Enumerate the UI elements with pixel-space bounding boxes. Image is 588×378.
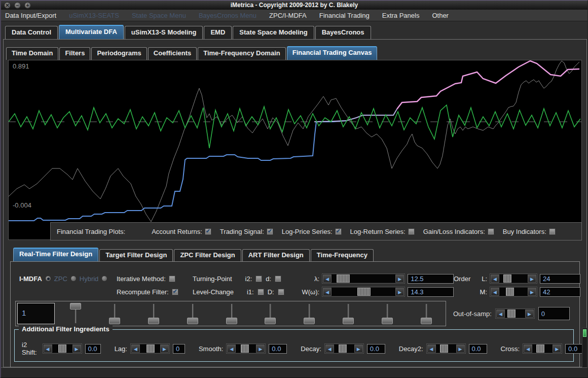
tab-financial-trading-canvas[interactable]: Financial Trading Canvas xyxy=(287,46,378,60)
slider-thumb[interactable] xyxy=(503,274,511,283)
slider-right-arrow-icon[interactable]: ▶ xyxy=(553,345,561,353)
trading-chart-canvas[interactable]: 0.891 -0.004 xyxy=(8,60,582,240)
vertical-slider-knob[interactable] xyxy=(343,318,354,324)
slider-left-arrow-icon[interactable]: ◀ xyxy=(524,345,532,353)
vertical-slider-knob[interactable] xyxy=(109,318,120,324)
order-l-value-field[interactable]: 24 xyxy=(540,274,580,284)
lag-slider[interactable]: ◀ ▶ xyxy=(131,344,169,353)
scrollbar-thumb[interactable] xyxy=(583,329,586,337)
log-price-checkbox[interactable] xyxy=(335,228,342,235)
slider-left-arrow-icon[interactable]: ◀ xyxy=(325,345,334,353)
slider-left-arrow-icon[interactable]: ◀ xyxy=(427,345,436,353)
hybrid-radio[interactable] xyxy=(101,276,107,282)
out-of-samp-slider[interactable]: ◀ ▶ xyxy=(496,309,534,318)
slider-right-arrow-icon[interactable]: ▶ xyxy=(395,288,404,296)
slider-thumb[interactable] xyxy=(146,345,155,353)
log-return-checkbox[interactable] xyxy=(408,228,415,235)
slider-thumb[interactable] xyxy=(241,345,249,353)
slider-bank-value-field[interactable]: 1 xyxy=(17,303,55,324)
tab-coefficients[interactable]: Coefficients xyxy=(148,47,197,60)
order-m-value-field[interactable]: 42 xyxy=(540,287,580,297)
lag-value-field[interactable]: 0 xyxy=(173,344,185,354)
slider-thumb[interactable] xyxy=(339,345,347,353)
vertical-slider-knob[interactable] xyxy=(226,318,237,324)
menu-zpc-imdfa[interactable]: ZPC/I-MDFA xyxy=(269,12,307,19)
tab-real-time-filter-design[interactable]: Real-Time Filter Design xyxy=(13,248,98,262)
cross-value-field[interactable]: 0.0 xyxy=(565,344,583,354)
tab-emd[interactable]: EMD xyxy=(204,26,232,39)
vertical-slider-knob[interactable] xyxy=(148,318,159,324)
menu-other[interactable]: Other xyxy=(432,12,449,19)
slider-left-arrow-icon[interactable]: ◀ xyxy=(323,288,332,296)
i2-shift-value-field[interactable]: 0.0 xyxy=(85,344,101,354)
lambda-slider[interactable]: ◀ ▶ xyxy=(322,274,405,283)
slider-left-arrow-icon[interactable]: ◀ xyxy=(131,345,140,353)
slider-right-arrow-icon[interactable]: ▶ xyxy=(256,345,265,353)
decay-slider[interactable]: ◀ ▶ xyxy=(325,344,363,353)
vertical-slider-knob[interactable] xyxy=(70,303,81,310)
slider-left-arrow-icon[interactable]: ◀ xyxy=(227,345,236,353)
menu-data-input-export[interactable]: Data Input/Export xyxy=(5,12,56,19)
slider-left-arrow-icon[interactable]: ◀ xyxy=(44,345,52,353)
slider-left-arrow-icon[interactable]: ◀ xyxy=(491,288,499,296)
w-omega-value-field[interactable]: 14.3 xyxy=(408,287,454,297)
d-checkbox[interactable] xyxy=(275,276,281,282)
vertical-slider-knob[interactable] xyxy=(265,318,276,324)
slider-thumb[interactable] xyxy=(58,345,66,353)
slider-right-arrow-icon[interactable]: ▶ xyxy=(525,310,534,318)
imdfa-radio[interactable] xyxy=(45,276,51,282)
vertical-slider[interactable] xyxy=(342,303,355,324)
vertical-slider[interactable] xyxy=(186,303,199,324)
tab-usimx13-modeling[interactable]: uSimX13-S Modeling xyxy=(125,26,203,39)
trading-signal-checkbox[interactable] xyxy=(267,228,273,235)
tab-target-filter-design[interactable]: Target Filter Design xyxy=(99,249,173,262)
recompute-filter-checkbox[interactable] xyxy=(172,289,178,295)
smooth-slider[interactable]: ◀ ▶ xyxy=(227,344,265,353)
slider-left-arrow-icon[interactable]: ◀ xyxy=(491,274,499,283)
vertical-slider-knob[interactable] xyxy=(421,318,432,324)
slider-right-arrow-icon[interactable]: ▶ xyxy=(160,345,169,353)
slider-left-arrow-icon[interactable]: ◀ xyxy=(323,274,332,283)
tab-periodograms[interactable]: Periodograms xyxy=(91,47,146,60)
menu-extra-panels[interactable]: Extra Panels xyxy=(382,12,420,19)
account-returns-checkbox[interactable] xyxy=(205,228,211,235)
vertical-slider-knob[interactable] xyxy=(382,318,393,324)
buy-indicators-checkbox[interactable] xyxy=(549,228,556,235)
tab-filters[interactable]: Filters xyxy=(59,47,90,60)
tab-zpc-filter-design[interactable]: ZPC Filter Design xyxy=(174,249,241,262)
vertical-slider[interactable] xyxy=(108,303,121,324)
vertical-slider[interactable] xyxy=(381,303,394,324)
tab-art-filter-design[interactable]: ART Filter Design xyxy=(242,249,310,262)
order-l-slider[interactable]: ◀ ▶ xyxy=(490,274,537,283)
tab-state-space-modeling[interactable]: State Space Modeling xyxy=(233,26,314,39)
vertical-slider-knob[interactable] xyxy=(187,318,198,324)
vertical-slider[interactable] xyxy=(69,303,82,324)
vertical-slider[interactable] xyxy=(225,303,238,324)
title-bar[interactable]: ✕ − + iMetrica - Copyright 2009-2012 by … xyxy=(1,1,587,10)
zpc-radio[interactable] xyxy=(70,276,77,282)
iterative-method-checkbox[interactable] xyxy=(169,276,175,282)
gain-loss-checkbox[interactable] xyxy=(488,228,494,235)
level-d-checkbox[interactable] xyxy=(278,289,284,295)
tab-time-domain[interactable]: Time Domain xyxy=(6,47,58,60)
slider-right-arrow-icon[interactable]: ▶ xyxy=(528,274,536,283)
smooth-value-field[interactable]: 0.0 xyxy=(269,344,287,354)
vertical-slider[interactable] xyxy=(303,303,316,324)
slider-thumb[interactable] xyxy=(507,310,516,318)
slider-right-arrow-icon[interactable]: ▶ xyxy=(528,288,536,296)
tab-data-control[interactable]: Data Control xyxy=(5,26,58,39)
i1-checkbox[interactable] xyxy=(258,289,264,295)
slider-thumb[interactable] xyxy=(536,345,544,353)
tab-time-frequency-domain[interactable]: Time-Frequency Domain xyxy=(198,47,285,60)
out-of-samp-value-field[interactable]: 0 xyxy=(538,307,570,320)
slider-left-arrow-icon[interactable]: ◀ xyxy=(496,310,505,318)
tab-multivariate-dfa[interactable]: Multivariate DFA xyxy=(59,25,124,39)
tab-bayescronos[interactable]: BayesCronos xyxy=(315,26,371,39)
decay2-value-field[interactable]: 0.0 xyxy=(469,344,487,354)
vertical-slider-knob[interactable] xyxy=(304,318,315,324)
vertical-slider[interactable] xyxy=(264,303,277,324)
slider-thumb[interactable] xyxy=(506,288,514,296)
order-m-slider[interactable]: ◀ ▶ xyxy=(490,287,537,296)
slider-right-arrow-icon[interactable]: ▶ xyxy=(456,345,465,353)
slider-right-arrow-icon[interactable]: ▶ xyxy=(395,274,404,283)
